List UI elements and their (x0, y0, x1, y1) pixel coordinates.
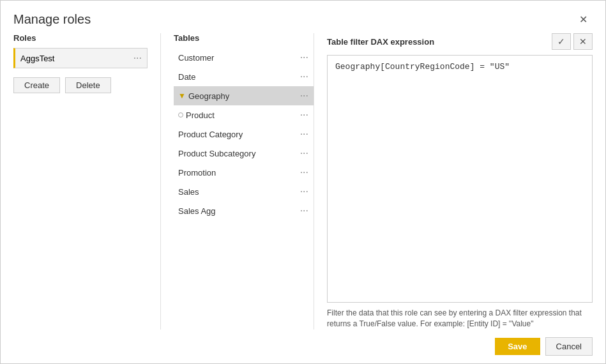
table-dot-icon (178, 112, 183, 118)
table-options-icon[interactable]: ··· (300, 71, 308, 82)
table-item-left: Product Category (178, 130, 243, 139)
table-item-left: ▼Geography (178, 91, 229, 101)
dax-confirm-button[interactable]: ✓ (552, 33, 571, 50)
table-item-left: Promotion (178, 168, 216, 178)
dialog-header: Manage roles ✕ (1, 1, 605, 33)
table-options-icon[interactable]: ··· (300, 90, 308, 102)
table-item-left: Product (178, 110, 215, 120)
role-buttons: Create Delete (13, 77, 148, 93)
table-item-left: Sales (178, 187, 199, 197)
table-options-icon[interactable]: ··· (300, 167, 308, 178)
dax-hint: Filter the data that this role can see b… (327, 308, 593, 330)
table-options-icon[interactable]: ··· (300, 109, 308, 121)
save-button[interactable]: Save (495, 338, 540, 355)
table-options-icon[interactable]: ··· (300, 128, 308, 140)
filter-icon: ▼ (178, 91, 186, 100)
delete-role-button[interactable]: Delete (65, 77, 111, 93)
table-name: Geography (188, 91, 229, 101)
table-name: Customer (178, 53, 214, 63)
table-item-left: Sales Agg (178, 206, 216, 216)
dialog-title: Manage roles (13, 12, 91, 27)
table-item[interactable]: Sales Agg··· (174, 201, 314, 220)
dialog-footer: Save Cancel (1, 330, 605, 363)
table-options-icon[interactable]: ··· (300, 52, 308, 63)
dax-label: Table filter DAX expression (327, 37, 434, 47)
dax-actions: ✓ ✕ (552, 33, 593, 50)
dax-header: Table filter DAX expression ✓ ✕ (327, 33, 593, 50)
close-button[interactable]: ✕ (574, 11, 593, 28)
tables-label: Tables (174, 33, 314, 43)
cancel-button[interactable]: Cancel (545, 337, 593, 356)
table-options-icon[interactable]: ··· (300, 148, 308, 159)
table-item-left: Customer (178, 53, 214, 63)
table-options-icon[interactable]: ··· (300, 205, 308, 216)
table-item[interactable]: Product··· (174, 105, 314, 125)
table-name: Sales (178, 187, 199, 197)
table-item-left: Product Subcategory (178, 149, 255, 158)
roles-label: Roles (13, 33, 148, 43)
table-item[interactable]: Customer··· (174, 48, 314, 67)
table-item[interactable]: Product Category··· (174, 125, 314, 144)
dax-panel: Table filter DAX expression ✓ ✕ Filter t… (314, 33, 593, 330)
table-item[interactable]: Date··· (174, 67, 314, 86)
roles-panel: Roles AggsTest ··· Create Delete (13, 33, 160, 330)
dax-cancel-button[interactable]: ✕ (573, 33, 593, 50)
table-item[interactable]: Promotion··· (174, 163, 314, 182)
table-name: Product (186, 110, 215, 120)
dialog-body: Roles AggsTest ··· Create Delete Tables … (1, 33, 605, 330)
table-name: Sales Agg (178, 206, 216, 216)
tables-panel: Tables Customer···Date···▼Geography···Pr… (160, 33, 314, 330)
table-item[interactable]: Sales··· (174, 182, 314, 201)
table-name: Product Category (178, 130, 243, 139)
role-item[interactable]: AggsTest ··· (13, 48, 148, 68)
table-item[interactable]: ▼Geography··· (174, 86, 314, 105)
create-role-button[interactable]: Create (13, 77, 60, 93)
role-name: AggsTest (20, 54, 54, 63)
manage-roles-dialog: Manage roles ✕ Roles AggsTest ··· Create… (0, 0, 606, 364)
table-name: Date (178, 72, 195, 82)
table-list: Customer···Date···▼Geography···Product··… (174, 48, 314, 220)
table-name: Promotion (178, 168, 216, 178)
role-options-icon[interactable]: ··· (133, 52, 142, 64)
table-item[interactable]: Product Subcategory··· (174, 144, 314, 163)
table-item-left: Date (178, 72, 195, 82)
table-name: Product Subcategory (178, 149, 255, 158)
dax-expression-input[interactable] (327, 55, 593, 303)
table-options-icon[interactable]: ··· (300, 186, 308, 197)
